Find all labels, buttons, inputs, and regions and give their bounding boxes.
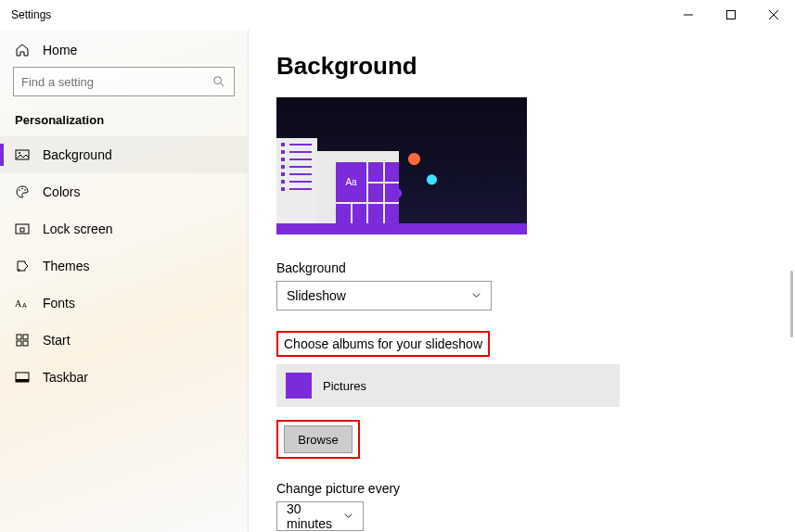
svg-rect-15 (17, 335, 21, 339)
svg-rect-12 (20, 228, 24, 232)
nav-item-label: Taskbar (43, 370, 88, 385)
annotation-highlight: Browse (276, 420, 360, 459)
background-select[interactable]: Slideshow (276, 281, 492, 310)
nav-colors[interactable]: Colors (0, 173, 248, 210)
desktop-preview: Aa (276, 97, 527, 234)
fonts-icon: AA (15, 296, 30, 310)
svg-rect-17 (17, 341, 21, 346)
search-field[interactable] (21, 75, 212, 89)
home-icon (15, 43, 30, 57)
content: Background Aa Background Slideshow (249, 30, 795, 532)
choose-albums-label: Choose albums for your slideshow (284, 336, 482, 351)
svg-rect-1 (727, 11, 736, 19)
chevron-down-icon (343, 509, 353, 524)
svg-point-10 (24, 189, 26, 191)
nav-background[interactable]: Background (0, 136, 248, 173)
change-every-label: Change picture every (276, 481, 767, 496)
category-label: Personalization (0, 108, 248, 136)
nav-start[interactable]: Start (0, 322, 248, 359)
change-every-select[interactable]: 30 minutes (276, 501, 364, 531)
svg-point-9 (21, 188, 23, 190)
nav-item-label: Start (43, 333, 71, 348)
svg-rect-20 (16, 379, 29, 382)
picture-icon (15, 147, 30, 162)
nav-fonts[interactable]: AA Fonts (0, 285, 248, 322)
sidebar: Home Personalization Background Colors (0, 30, 249, 532)
nav-item-label: Fonts (43, 296, 75, 310)
nav-lockscreen[interactable]: Lock screen (0, 210, 248, 247)
svg-rect-16 (23, 335, 28, 339)
page-title: Background (276, 52, 767, 81)
background-value: Slideshow (287, 288, 346, 303)
nav-home[interactable]: Home (0, 33, 248, 67)
svg-point-8 (19, 189, 20, 191)
svg-point-7 (19, 152, 20, 154)
nav-item-label: Lock screen (43, 222, 112, 236)
chevron-down-icon (471, 288, 481, 303)
background-label: Background (276, 260, 767, 275)
svg-text:A: A (22, 302, 27, 309)
preview-tile-text: Aa (336, 162, 366, 202)
browse-button[interactable]: Browse (284, 425, 353, 453)
nav-themes[interactable]: Themes (0, 247, 248, 285)
lockscreen-icon (15, 222, 30, 236)
minimize-button[interactable] (667, 0, 710, 30)
start-icon (15, 333, 30, 348)
window-title: Settings (11, 8, 51, 21)
taskbar-icon (15, 370, 30, 385)
nav-item-label: Background (43, 147, 112, 162)
close-button[interactable] (752, 0, 795, 30)
titlebar: Settings (0, 0, 795, 30)
annotation-highlight: Choose albums for your slideshow (276, 331, 490, 357)
svg-rect-18 (23, 341, 28, 346)
album-thumb (286, 373, 312, 399)
svg-text:A: A (15, 298, 22, 309)
browse-label: Browse (298, 433, 338, 447)
nav-item-label: Colors (43, 184, 80, 199)
nav-taskbar[interactable]: Taskbar (0, 359, 248, 396)
search-icon (212, 74, 226, 89)
album-name: Pictures (323, 379, 366, 393)
album-row[interactable]: Pictures (276, 364, 620, 407)
svg-point-4 (214, 77, 222, 84)
nav-item-label: Themes (43, 259, 90, 273)
nav-home-label: Home (43, 43, 77, 57)
palette-icon (15, 184, 30, 199)
change-every-value: 30 minutes (287, 501, 343, 531)
maximize-button[interactable] (710, 0, 752, 30)
svg-line-5 (221, 83, 224, 87)
search-input[interactable] (13, 67, 235, 96)
themes-icon (15, 259, 30, 273)
scrollbar[interactable] (790, 271, 793, 337)
